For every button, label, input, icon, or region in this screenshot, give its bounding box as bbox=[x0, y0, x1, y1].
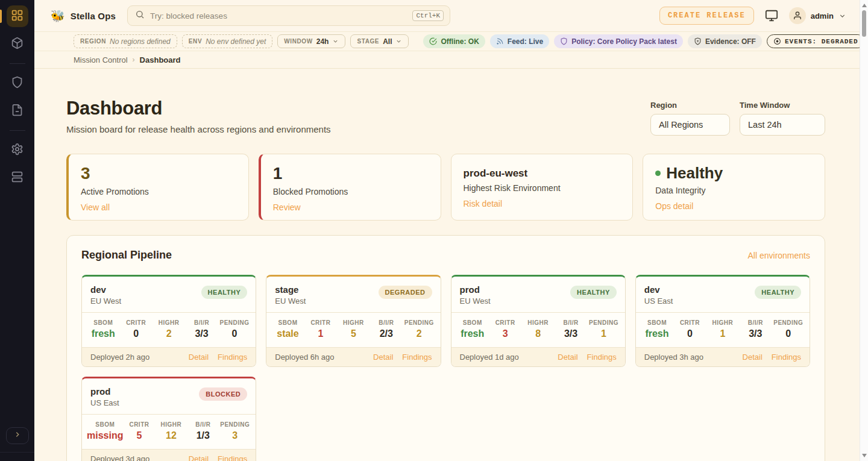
findings-link[interactable]: Findings bbox=[772, 353, 801, 362]
page-subtitle: Mission board for release health across … bbox=[66, 124, 331, 134]
sidebar-expand-button[interactable] bbox=[6, 427, 29, 444]
stat-value: 0 bbox=[218, 328, 251, 339]
env-region: US East bbox=[90, 398, 119, 407]
active-nav-indicator bbox=[0, 10, 2, 23]
stat-label: PENDING bbox=[587, 319, 620, 326]
findings-link[interactable]: Findings bbox=[587, 353, 617, 362]
region-select[interactable]: All Regions bbox=[650, 114, 730, 136]
chip-label: ENV bbox=[189, 38, 202, 45]
sidebar-item-documents[interactable] bbox=[7, 100, 28, 122]
stat-highr: HIGHR12 bbox=[155, 421, 187, 441]
detail-link[interactable]: Detail bbox=[189, 353, 209, 362]
active-promotions-card: 3 Active Promotions View all bbox=[66, 154, 249, 221]
chip-value: 24h bbox=[316, 37, 329, 46]
stat-bir: B/I/R3/3 bbox=[185, 319, 218, 339]
scroll-up-arrow[interactable] bbox=[862, 4, 867, 7]
detail-link[interactable]: Detail bbox=[189, 454, 209, 461]
findings-link[interactable]: Findings bbox=[402, 353, 432, 362]
stat-label: HIGHR bbox=[706, 319, 739, 326]
panel-title: Regional Pipeline bbox=[81, 249, 172, 262]
sidebar-item-settings[interactable] bbox=[7, 139, 28, 161]
deployed-time: Deployed 1d ago bbox=[460, 353, 519, 362]
feed-status-pill[interactable]: Feed: Live bbox=[490, 34, 549, 48]
search-input[interactable]: Try: blocked releases Ctrl+K bbox=[127, 5, 450, 26]
summary-cards: 3 Active Promotions View all 1 Blocked P… bbox=[66, 154, 825, 221]
stat-label: SBOM bbox=[641, 319, 673, 326]
env-card-dev-eu-west: dev EU West HEALTHY SBOMfresh CRITR0 HIG… bbox=[81, 275, 256, 367]
env-name: stage bbox=[275, 284, 306, 295]
ops-detail-link[interactable]: Ops detail bbox=[655, 201, 693, 211]
sidebar-item-releases[interactable] bbox=[7, 33, 28, 55]
create-release-button[interactable]: CREATE RELEASE bbox=[659, 7, 754, 25]
data-integrity-card: Healthy Data Integrity Ops detail bbox=[643, 154, 825, 221]
breadcrumb: Mission Control › Dashboard bbox=[34, 51, 860, 69]
search-icon bbox=[135, 10, 145, 22]
scrollbar-thumb[interactable] bbox=[862, 10, 866, 37]
offline-status-pill[interactable]: Offline: OK bbox=[423, 34, 485, 48]
health-dot bbox=[655, 171, 661, 176]
chip-value: No regions defined bbox=[110, 37, 171, 46]
evidence-status-pill[interactable]: Evidence: OFF bbox=[688, 34, 762, 48]
view-all-link[interactable]: View all bbox=[81, 202, 110, 212]
stat-critr: CRITR1 bbox=[304, 319, 337, 339]
package-icon bbox=[11, 37, 24, 52]
stat-label: CRITR bbox=[489, 319, 521, 326]
status-badge: HEALTHY bbox=[755, 286, 801, 299]
stat-label: HIGHR bbox=[155, 421, 187, 428]
chevron-down-icon bbox=[838, 12, 846, 20]
scroll-down-arrow[interactable] bbox=[862, 454, 867, 457]
stage-filter-chip[interactable]: STAGE All bbox=[350, 34, 409, 48]
env-region: EU West bbox=[90, 296, 121, 306]
highest-risk-card: prod-eu-west Highest Risk Environment Ri… bbox=[451, 154, 634, 221]
breadcrumb-dashboard: Dashboard bbox=[140, 55, 181, 64]
sidebar-item-security[interactable] bbox=[7, 72, 28, 94]
risk-detail-link[interactable]: Risk detail bbox=[464, 199, 503, 209]
env-region: EU West bbox=[460, 296, 491, 306]
detail-link[interactable]: Detail bbox=[558, 353, 577, 362]
env-filter-chip[interactable]: ENV No env defined yet bbox=[182, 34, 272, 48]
vertical-scrollbar[interactable] bbox=[860, 0, 868, 461]
env-region: US East bbox=[644, 296, 673, 306]
stat-value: 12 bbox=[155, 430, 187, 441]
stat-sbom: SBOMmissing bbox=[87, 421, 123, 441]
stat-value: stale bbox=[271, 328, 304, 339]
keyboard-shortcut-badge: Ctrl+K bbox=[412, 10, 444, 21]
sidebar-item-dashboard[interactable] bbox=[7, 5, 28, 27]
region-filter-chip[interactable]: REGION No regions defined bbox=[74, 34, 177, 48]
stat-label: CRITR bbox=[123, 421, 155, 428]
server-icon bbox=[11, 171, 24, 186]
main-content: Dashboard Mission board for release heal… bbox=[34, 69, 860, 461]
sidebar-item-infrastructure[interactable] bbox=[7, 167, 28, 189]
env-card-dev-us-east: dev US East HEALTHY SBOMfresh CRITR0 HIG… bbox=[635, 275, 810, 367]
status-bar: REGION No regions defined ENV No env def… bbox=[34, 32, 860, 51]
stat-value: 2 bbox=[403, 328, 435, 339]
findings-link[interactable]: Findings bbox=[218, 454, 247, 461]
window-filter-chip[interactable]: WINDOW 24h bbox=[277, 34, 345, 48]
stat-value: 3/3 bbox=[185, 328, 218, 339]
deployed-time: Deployed 3h ago bbox=[644, 353, 703, 362]
detail-link[interactable]: Detail bbox=[743, 353, 763, 362]
stat-label: PENDING bbox=[772, 319, 805, 326]
findings-link[interactable]: Findings bbox=[218, 353, 247, 362]
policy-status-pill[interactable]: Policy: Core Policy Pack latest bbox=[554, 34, 683, 48]
stat-label: B/I/R bbox=[370, 319, 403, 326]
time-window-select-value: Last 24h bbox=[748, 120, 782, 130]
events-status-pill[interactable]: EVENTS: DEGRADED bbox=[767, 34, 865, 48]
pill-label: Feed: Live bbox=[508, 37, 543, 46]
chip-label: WINDOW bbox=[284, 38, 312, 45]
time-window-select[interactable]: Last 24h bbox=[740, 114, 825, 136]
monitor-icon[interactable] bbox=[765, 9, 778, 22]
circle-dot-icon bbox=[773, 37, 781, 45]
chevron-right-icon: › bbox=[133, 55, 135, 64]
user-menu[interactable]: admin bbox=[789, 7, 846, 24]
review-link[interactable]: Review bbox=[273, 202, 301, 212]
stat-value: 3 bbox=[219, 430, 251, 441]
stat-sbom: SBOMfresh bbox=[456, 319, 489, 339]
status-badge: BLOCKED bbox=[199, 387, 247, 401]
card-label: Blocked Promotions bbox=[273, 187, 429, 196]
stat-label: B/I/R bbox=[187, 421, 219, 428]
detail-link[interactable]: Detail bbox=[373, 353, 393, 362]
breadcrumb-mission-control[interactable]: Mission Control bbox=[74, 55, 128, 64]
all-environments-link[interactable]: All environments bbox=[748, 251, 811, 260]
env-name: prod bbox=[460, 284, 491, 295]
